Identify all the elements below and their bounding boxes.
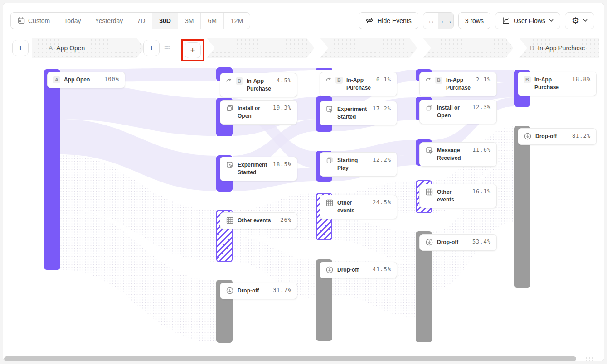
flow-step-in-app-purchase[interactable]: BIn-App Purchase <box>519 38 599 58</box>
flow-node-card-app-open[interactable]: AApp Open100% <box>47 72 125 88</box>
node-percentage: 4.5% <box>277 77 291 84</box>
horizontal-scrollbar-thumb[interactable] <box>4 356 576 361</box>
windows-icon <box>425 104 433 112</box>
node-percentage: 17.2% <box>373 105 391 112</box>
node-label: In-App Purchase <box>247 77 273 93</box>
node-label: Drop-off <box>337 266 369 274</box>
node-percentage: 53.4% <box>472 239 491 245</box>
flow-node-card-drop-off[interactable]: Drop-off53.4% <box>419 234 497 251</box>
view-selector-dropdown[interactable]: User Flows <box>495 12 560 29</box>
flow-node-card-install-or-open[interactable]: Install or Open19.3% <box>220 100 297 125</box>
flow-node-card-experiment-started[interactable]: Experiment Started17.2% <box>320 101 397 125</box>
flow-node-card-in-app-purchase[interactable]: BIn-App Purchase18.8% <box>518 72 597 96</box>
hide-events-button[interactable]: Hide Events <box>359 12 418 29</box>
node-label: In-App Purchase <box>534 76 568 91</box>
node-percentage: 11.6% <box>472 147 491 153</box>
flow-step-empty[interactable] <box>423 38 514 58</box>
flow-node-card-message-received[interactable]: Message Received11.6% <box>419 142 497 167</box>
add-step-after-a-button[interactable]: + <box>143 40 160 56</box>
user-flows-app: CustomTodayYesterday7D30D3M6M12M Hide Ev… <box>0 0 607 364</box>
node-label: Experiment Started <box>238 161 269 177</box>
node-label: In-App Purchase <box>446 77 472 92</box>
node-percentage: 12.3% <box>472 104 491 110</box>
annotation-highlight-box <box>181 39 204 61</box>
flow-node-card-in-app-purchase[interactable]: BIn-App Purchase2.1% <box>419 72 497 96</box>
flow-step-app-open[interactable]: AApp Open <box>32 38 145 58</box>
gear-icon: ⚙ <box>572 16 579 25</box>
dropoff-icon <box>425 238 433 246</box>
flow-node-card-experiment-started[interactable]: Experiment Started18.5% <box>220 157 297 181</box>
flow-node-card-other-events[interactable]: Other events16.1% <box>419 184 497 208</box>
flows-chart-icon <box>502 16 510 24</box>
node-label: Other events <box>437 188 469 204</box>
node-percentage: 19.3% <box>273 105 291 111</box>
node-percentage: 0.1% <box>376 77 391 83</box>
click-icon <box>226 161 234 169</box>
node-badge: B <box>435 77 442 84</box>
flow-ribbon-dotted[interactable] <box>332 218 416 262</box>
column-width-toggle: →← ←→ <box>423 12 454 29</box>
date-range-30d[interactable]: 30D <box>152 13 178 29</box>
node-label: Message Received <box>437 147 469 162</box>
node-badge: B <box>236 77 243 85</box>
node-label: Starting Play <box>337 157 369 172</box>
node-percentage: 16.1% <box>472 188 491 195</box>
node-label: Experiment Started <box>337 105 369 121</box>
date-range-label: 12M <box>231 17 243 24</box>
node-badge: B <box>524 76 531 83</box>
flow-node-card-in-app-purchase[interactable]: BIn-App Purchase0.1% <box>320 72 397 96</box>
node-label: Drop-off <box>238 287 269 295</box>
date-range-12m[interactable]: 12M <box>223 13 250 29</box>
date-range-custom[interactable]: Custom <box>11 13 57 29</box>
node-percentage: 31.7% <box>273 287 291 293</box>
date-range-7d[interactable]: 7D <box>130 13 152 29</box>
expand-columns-button[interactable]: ←→ <box>438 13 453 29</box>
goal-arrow-icon <box>226 77 232 83</box>
date-range-label: 30D <box>159 17 171 24</box>
date-range-3m[interactable]: 3M <box>178 13 200 29</box>
node-percentage: 12.2% <box>373 157 391 163</box>
hide-events-label: Hide Events <box>377 17 411 24</box>
node-label: App Open <box>64 76 101 84</box>
date-range-today[interactable]: Today <box>57 13 87 29</box>
collapse-columns-button[interactable]: →← <box>423 13 438 29</box>
node-label: Drop-off <box>535 133 568 140</box>
flow-step-empty[interactable] <box>320 38 418 58</box>
settings-dropdown[interactable]: ⚙ <box>565 12 594 29</box>
rows-button[interactable]: 3 rows <box>458 12 490 29</box>
flow-node-card-drop-off[interactable]: Drop-off81.2% <box>518 128 597 145</box>
flow-bar-drop-off[interactable] <box>514 126 530 288</box>
flow-node-card-starting-play[interactable]: Starting Play12.2% <box>320 152 397 177</box>
flow-step-empty[interactable] <box>207 38 315 58</box>
calendar-icon <box>18 17 25 24</box>
click-icon <box>325 105 334 113</box>
date-range-6m[interactable]: 6M <box>200 13 223 29</box>
step-badge: A <box>49 44 53 52</box>
windows-icon <box>226 104 234 112</box>
flow-node-card-drop-off[interactable]: Drop-off31.7% <box>220 283 297 299</box>
flow-node-card-drop-off[interactable]: Drop-off41.5% <box>320 262 397 278</box>
date-range-label: Today <box>64 17 81 24</box>
flow-bar-in-app-purchase[interactable] <box>316 68 332 70</box>
node-label: Install or Open <box>238 105 269 120</box>
add-step-before-button[interactable]: + <box>12 40 29 56</box>
dropoff-icon <box>325 266 334 274</box>
chevron-down-icon <box>583 19 588 22</box>
chevron-down-icon <box>549 19 554 22</box>
click-icon <box>425 146 433 154</box>
flow-node-card-install-or-open[interactable]: Install or Open12.3% <box>419 100 497 124</box>
column-separator-line <box>171 38 171 354</box>
goal-arrow-icon <box>325 76 332 82</box>
date-range-yesterday[interactable]: Yesterday <box>88 13 130 29</box>
date-range-label: Custom <box>28 17 50 24</box>
node-label: Other events <box>337 199 369 215</box>
flow-node-card-other-events[interactable]: Other events26% <box>220 212 297 229</box>
eye-off-icon <box>365 16 374 24</box>
flow-node-card-in-app-purchase[interactable]: BIn-App Purchase4.5% <box>220 73 297 97</box>
step-label: In-App Purchase <box>538 44 585 52</box>
grid-icon <box>425 188 433 196</box>
grid-icon <box>325 199 334 207</box>
flow-bar-app-open[interactable] <box>44 69 60 270</box>
node-label: Drop-off <box>437 239 469 246</box>
flow-node-card-other-events[interactable]: Other events24.5% <box>320 195 397 219</box>
